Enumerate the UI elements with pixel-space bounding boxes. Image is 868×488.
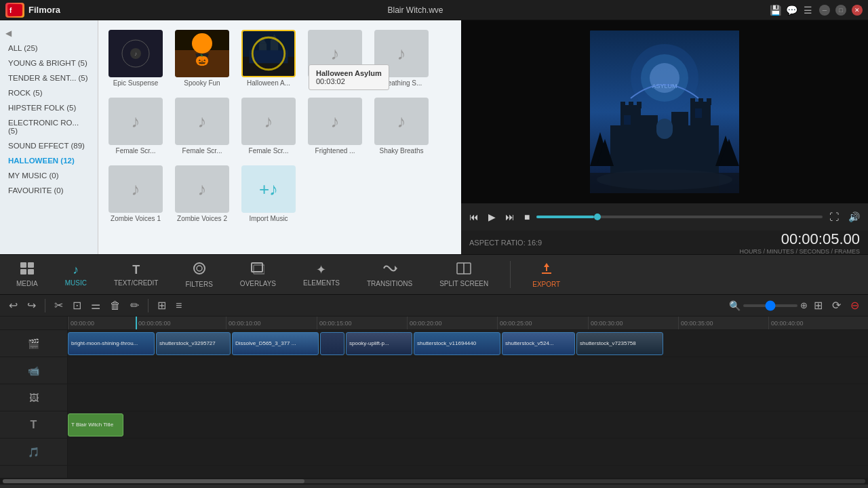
settings-button[interactable]: ⊖: [847, 297, 863, 314]
list-item[interactable]: ♪ Shutter sound: [304, 27, 366, 89]
sidebar-item-hipster[interactable]: HIPSTER FOLK (5): [0, 100, 98, 115]
zoom-slider[interactable]: [743, 304, 797, 307]
chat-icon-btn[interactable]: 💬: [787, 5, 797, 16]
toolbar-export[interactable]: EXPORT: [527, 259, 566, 291]
table-row[interactable]: shutterstock_v524...: [502, 332, 575, 355]
play-button[interactable]: ▶: [486, 210, 498, 224]
rewind-button[interactable]: ⏮: [467, 210, 481, 224]
delete-button[interactable]: 🗑: [106, 298, 124, 314]
minimize-button[interactable]: ─: [819, 5, 830, 16]
sidebar-item-favourite[interactable]: FAVOURITE (0): [0, 183, 98, 198]
svg-point-48: [194, 263, 205, 274]
list-item[interactable]: ♪ Zombie Voices 2: [172, 163, 233, 225]
list-item[interactable]: +♪ Import Music: [238, 163, 299, 225]
list-item[interactable]: ♪ Female Scr...: [105, 95, 166, 157]
tracks-area[interactable]: 00:00:00 00:00:05:00 00:00:10:00 00:00:1…: [68, 317, 868, 478]
list-item[interactable]: ♪ Female Scr...: [172, 95, 233, 157]
toolbar-elements[interactable]: ✦ ELEMENTS: [298, 260, 345, 289]
list-item[interactable]: ♪ Frightened ...: [304, 95, 366, 157]
zoom-in-button[interactable]: ⊕: [800, 300, 808, 310]
table-row[interactable]: shutterstock_v3295727: [156, 332, 231, 355]
list-icon-btn[interactable]: ☰: [803, 5, 814, 16]
preview-image: ASYLUM: [590, 30, 739, 193]
export-icon: [540, 262, 553, 279]
volume-button[interactable]: 🔊: [846, 210, 863, 224]
sidebar-item-rock[interactable]: ROCK (5): [0, 85, 98, 100]
clip-label: shutterstock_v3295727: [159, 340, 216, 346]
zoom-out-button[interactable]: 🔍: [729, 300, 741, 311]
sidebar-item-all[interactable]: ALL (25): [0, 41, 98, 56]
svg-text:♪: ♪: [134, 51, 137, 57]
pen-button[interactable]: ✏: [127, 297, 142, 314]
timeline-right-controls: 🔍 ⊕ ⊞ ⟳ ⊖: [729, 297, 863, 314]
table-row[interactable]: spooky-uplift-p...: [346, 332, 412, 355]
music-item-label: Epic Suspense: [113, 79, 159, 87]
clip-label: bright-moon-shining-throu...: [71, 340, 151, 346]
maximize-button[interactable]: □: [835, 5, 846, 16]
audio-wave-button[interactable]: ⟳: [829, 297, 844, 314]
fast-forward-button[interactable]: ⏭: [502, 210, 517, 224]
cut-button[interactable]: ✂: [51, 297, 66, 314]
stop-button[interactable]: ■: [521, 210, 532, 224]
table-row[interactable]: shutterstock_v7235758: [576, 332, 663, 355]
music-item-label: Female Scr...: [249, 147, 289, 155]
sidebar-back-button[interactable]: ◀: [0, 26, 98, 41]
sidebar-item-electronic[interactable]: ELECTRONIC RO... (5): [0, 115, 98, 138]
list-item[interactable]: Halloween A...: [238, 27, 299, 89]
sidebar-item-young[interactable]: YOUNG & BRIGHT (5): [0, 56, 98, 70]
ripple-button[interactable]: ≡: [172, 298, 185, 314]
music-item-label: Female Scr...: [182, 147, 222, 155]
toolbar-filters[interactable]: FILTERS: [180, 259, 218, 291]
fit-timeline-button[interactable]: ⊞: [810, 297, 826, 314]
toolbar-music[interactable]: ♪ MUSIC: [60, 260, 92, 289]
sidebar-item-halloween[interactable]: HALLOWEEN (12): [0, 153, 98, 168]
fullscreen-button[interactable]: ⛶: [827, 210, 842, 224]
table-row[interactable]: bright-moon-shining-throu...: [68, 332, 155, 355]
scrollbar-thumb[interactable]: [3, 479, 304, 483]
audio-track-icon: 🎵: [28, 447, 39, 458]
close-button[interactable]: ✕: [852, 5, 863, 16]
svg-rect-35: [656, 119, 673, 139]
table-row[interactable]: T Blair Witch Title: [68, 413, 123, 436]
svg-point-8: [192, 33, 212, 54]
table-row[interactable]: Dissolve_D565_3_377 ...: [232, 332, 319, 355]
table-row[interactable]: shutterstock_v11694440: [414, 332, 500, 355]
audio-track-row: [68, 439, 868, 466]
list-item[interactable]: ♪ Zombie Voices 1: [105, 163, 166, 225]
svg-text:🎃: 🎃: [195, 54, 209, 66]
crop-button[interactable]: ⊡: [69, 297, 85, 314]
sidebar-item-sound[interactable]: SOUND EFFECT (89): [0, 138, 98, 153]
empty-track-row-2: [68, 384, 868, 411]
list-item[interactable]: ♪ Shaky Breaths: [371, 95, 432, 157]
undo-button[interactable]: ↩: [5, 297, 21, 314]
toolbar-overlays[interactable]: OVERLAYS: [235, 260, 281, 290]
music-note-icon: ♪: [198, 179, 207, 200]
toolbar-transitions[interactable]: TRANSITIONS: [361, 260, 418, 290]
split-button[interactable]: ⚌: [87, 297, 104, 314]
preview-video: ASYLUM: [461, 20, 868, 203]
save-icon-btn[interactable]: 💾: [770, 5, 781, 16]
list-item[interactable]: ♪ Female Scr...: [238, 95, 299, 157]
sidebar-item-mymusic[interactable]: MY MUSIC (0): [0, 168, 98, 183]
sidebar-item-tender[interactable]: TENDER & SENT... (5): [0, 70, 98, 85]
progress-fill: [536, 216, 593, 218]
list-item[interactable]: 🎃 Spooky Fun: [172, 27, 233, 89]
redo-button[interactable]: ↪: [24, 297, 39, 314]
toolbar-text[interactable]: T TEXT/CREDIT: [108, 260, 164, 289]
toolbar-splitscreen[interactable]: SPLIT SCREEN: [434, 260, 494, 290]
list-item[interactable]: ♪ Breathing S...: [371, 27, 432, 89]
track-label-ruler: [0, 317, 67, 330]
progress-bar[interactable]: [536, 216, 823, 218]
track-label-video: 🎬: [0, 330, 67, 357]
list-item[interactable]: ♪ Epic Suspense: [105, 27, 166, 89]
timeline-ruler: 00:00:00 00:00:05:00 00:00:10:00 00:00:1…: [68, 317, 868, 330]
snap-button[interactable]: ⊞: [154, 297, 170, 314]
scrollbar-track[interactable]: [3, 479, 865, 483]
music-thumb-frightened: ♪: [308, 98, 362, 145]
image-track-icon: 🖼: [29, 392, 39, 403]
svg-rect-34: [707, 98, 711, 105]
playhead[interactable]: [136, 317, 137, 329]
horizontal-scrollbar[interactable]: [0, 478, 868, 485]
table-row[interactable]: [320, 332, 344, 355]
toolbar-media[interactable]: MEDIA: [11, 260, 43, 290]
